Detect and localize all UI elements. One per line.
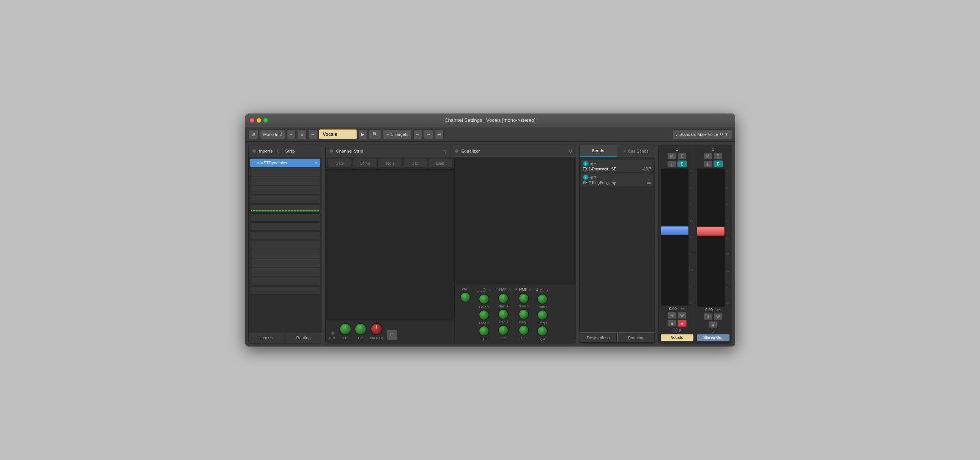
freq2-knob[interactable] <box>498 309 509 320</box>
limit-module[interactable]: Limit <box>428 159 452 168</box>
fader-ch1-handle[interactable] <box>661 226 689 235</box>
targets-button[interactable]: → 3 Targets <box>383 129 412 139</box>
fader-ch1-r[interactable]: R <box>667 312 676 319</box>
maximize-button[interactable] <box>263 118 268 123</box>
q2-knob[interactable] <box>498 325 509 336</box>
send-slot-4[interactable] <box>581 198 653 208</box>
freq1-knob[interactable] <box>479 310 489 320</box>
cs-power-dot[interactable] <box>329 149 333 153</box>
eq-power-dot[interactable] <box>455 149 458 153</box>
gain4-knob[interactable] <box>537 294 548 304</box>
insert-slot-15[interactable] <box>250 286 320 294</box>
grid-view-button[interactable]: ⊞ <box>248 129 258 139</box>
inserts-power-dot[interactable] <box>252 149 256 153</box>
routing-tab[interactable]: Routing <box>285 333 322 343</box>
gate-module[interactable]: Gate <box>328 159 352 168</box>
send-slot-5[interactable] <box>581 209 653 218</box>
channel-name[interactable]: Vocals <box>319 129 357 139</box>
insert-slot-3[interactable] <box>250 177 320 185</box>
send-item-1[interactable]: ● ◀ ▼ FX 1-Roomwor...SE -13.7 <box>581 160 653 172</box>
fader-ch1-e[interactable]: E <box>678 161 687 167</box>
insert-slot-7[interactable] <box>250 213 320 222</box>
panning-tab[interactable]: Panning <box>617 333 655 343</box>
insert-slot-5[interactable] <box>250 195 320 204</box>
send2-power[interactable]: ● <box>583 175 588 180</box>
input-back-arrow[interactable]: ← <box>286 129 296 139</box>
tools-module[interactable]: Tools <box>378 159 402 168</box>
fader-ch1-w[interactable]: W <box>678 312 687 319</box>
fader-ch2-l[interactable]: L <box>703 161 713 167</box>
search-button[interactable]: 🔍 <box>369 129 381 139</box>
fader-ch2-link-icon[interactable]: ∞ <box>709 321 718 328</box>
nav-right-button[interactable]: → <box>424 129 433 139</box>
minimize-button[interactable] <box>256 118 261 123</box>
freq3-knob[interactable] <box>519 309 529 320</box>
fader-ch1-mute[interactable]: M <box>667 153 676 159</box>
pregain-knob[interactable] <box>371 323 383 335</box>
send-slot-6[interactable] <box>581 219 653 229</box>
preset-selector[interactable]: ♪ Standard Male Voice ↻ ▼ <box>673 129 732 139</box>
fader-ch1-l[interactable]: L <box>667 161 676 167</box>
close-button[interactable] <box>250 118 254 123</box>
fader-ch1-track[interactable] <box>661 169 689 306</box>
freq4-knob[interactable] <box>537 310 548 320</box>
send-slot-9[interactable] <box>581 251 653 261</box>
pre-band-knob[interactable] <box>460 292 471 302</box>
fader-ch1-back-icon[interactable]: ◀ <box>667 320 676 327</box>
send-slot-7[interactable] <box>581 230 653 239</box>
fader-ch2-e[interactable]: E <box>714 161 723 167</box>
inserts-divider <box>282 148 282 154</box>
fader-ch2-name[interactable]: Stereo Out <box>697 334 730 341</box>
send1-power[interactable]: ● <box>583 161 588 166</box>
insert-slot-9[interactable] <box>250 231 320 240</box>
channel-fwd-icon[interactable]: ▶ <box>358 129 368 139</box>
insert-slot-2[interactable] <box>250 168 320 176</box>
fader-ch2-mute[interactable]: M <box>703 153 713 159</box>
inserts-tab[interactable]: Inserts <box>248 333 285 343</box>
insert-slot-10[interactable] <box>250 240 320 249</box>
q4-knob[interactable] <box>537 326 548 336</box>
sat-module[interactable]: Sat <box>403 159 427 168</box>
pre-dot[interactable] <box>331 331 335 335</box>
input-selector[interactable]: Mono In 2 <box>260 129 285 139</box>
fader-ch2-solo[interactable]: S <box>714 153 723 159</box>
insert-slot-14[interactable] <box>250 277 320 285</box>
fader-ch1-rec[interactable]: ● <box>678 320 687 327</box>
insert-slot-4[interactable] <box>250 186 320 194</box>
comp-module[interactable]: Comp <box>353 159 377 168</box>
phase-button[interactable]: ∅ <box>387 329 397 340</box>
inserts-title: Inserts <box>259 149 273 153</box>
fader-ch2-handle[interactable] <box>697 227 725 236</box>
insert-item-vstdynamics[interactable]: □ ↻ VSTDynamics ▼ <box>250 159 320 167</box>
insert-slot-13[interactable] <box>250 268 320 276</box>
input-num[interactable]: 5 <box>297 129 306 139</box>
gain2-knob[interactable] <box>498 293 509 304</box>
fader-ch2-r[interactable]: R <box>703 313 713 320</box>
fader-ch1-name[interactable]: Vocals <box>661 334 694 341</box>
insert-slot-8[interactable] <box>250 223 320 231</box>
fader-ch2-w[interactable]: W <box>714 313 723 320</box>
q1-knob[interactable] <box>479 326 489 336</box>
eq-bands-section: PRE 1 LO ～ Gain 1 <box>455 285 576 343</box>
grid-icon: ⊞ <box>251 132 255 137</box>
hc-knob[interactable] <box>355 323 367 335</box>
input-fwd-arrow[interactable]: → <box>308 129 317 139</box>
q3-knob[interactable] <box>519 325 529 336</box>
gain1-knob[interactable] <box>479 294 489 304</box>
cue-sends-tab[interactable]: Cue Sends <box>617 145 655 157</box>
insert-slot-12[interactable] <box>250 259 320 267</box>
insert-slot-11[interactable] <box>250 250 320 258</box>
send-slot-8[interactable] <box>581 240 653 250</box>
send-item-2[interactable]: ● ◀ ▼ FX 2-PingPong...ay -oo <box>581 173 653 186</box>
gain3-knob[interactable] <box>519 293 529 304</box>
fader-ch1-solo[interactable]: S <box>678 153 687 159</box>
destinations-tab[interactable]: Destinations <box>579 333 617 343</box>
cs-body: Gate Comp Tools Sat Limit PRE <box>326 157 455 343</box>
pregain-section: Pre Gain <box>370 323 383 340</box>
send-slot-3[interactable] <box>581 187 653 197</box>
nav-left-button[interactable]: ← <box>413 129 422 139</box>
export-button[interactable]: ⇥ <box>434 129 444 139</box>
lc-knob[interactable] <box>339 323 352 335</box>
sends-tab[interactable]: Sends <box>579 145 617 157</box>
fader-ch2-track[interactable] <box>697 169 725 307</box>
